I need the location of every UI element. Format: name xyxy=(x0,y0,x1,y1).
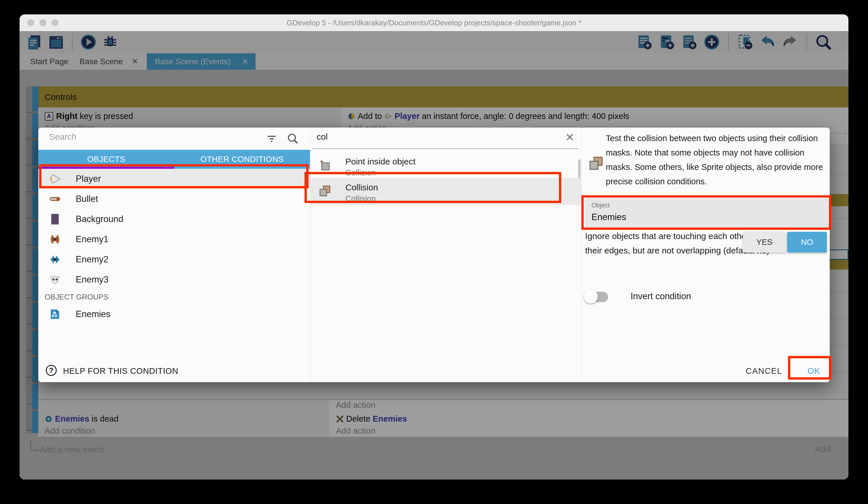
bullet-sprite-icon xyxy=(49,193,61,205)
cancel-button[interactable]: CANCEL xyxy=(746,360,782,382)
annotation-box-ok xyxy=(788,356,831,380)
invert-condition-toggle[interactable] xyxy=(586,290,609,304)
dialog-detail-pane: Test the collision between two objects u… xyxy=(581,128,830,382)
help-button[interactable]: HELP FOR THIS CONDITION xyxy=(63,360,178,382)
search-icon[interactable] xyxy=(286,132,299,145)
enemies-group-icon xyxy=(49,308,61,321)
object-item-label: Enemy1 xyxy=(76,229,108,249)
object-item-bullet[interactable]: Bullet xyxy=(38,189,310,209)
enemy1-sprite-icon xyxy=(49,233,61,246)
window-title: GDevelop 5 - /Users/dkarakay/Documents/G… xyxy=(20,14,848,31)
object-item-enemy3[interactable]: Enemy3 xyxy=(38,270,310,290)
object-item-enemy2[interactable]: Enemy2 xyxy=(38,249,310,270)
annotation-box-object-field xyxy=(581,195,831,230)
condition-description: Test the collision between two objects u… xyxy=(606,131,828,189)
point-inside-icon xyxy=(318,158,332,172)
object-item-label: Background xyxy=(76,209,123,229)
object-item-label: Enemy3 xyxy=(76,270,108,290)
annotation-box-collision xyxy=(304,172,561,203)
object-item-label: Bullet xyxy=(76,189,98,209)
invert-condition-label: Invert condition xyxy=(631,288,691,305)
result-title: Point inside object xyxy=(345,157,416,167)
help-icon[interactable]: ? xyxy=(46,365,57,376)
group-item-enemies[interactable]: Enemies xyxy=(38,304,310,324)
group-item-label: Enemies xyxy=(76,304,111,324)
dialog-bottom-bar: ? HELP FOR THIS CONDITION CANCEL OK xyxy=(38,360,830,382)
annotation-box-player xyxy=(39,164,309,188)
toggle-knob xyxy=(584,290,598,304)
search-underline xyxy=(312,148,578,149)
enemy2-sprite-icon xyxy=(49,253,61,266)
filter-icon[interactable] xyxy=(266,133,278,145)
yes-button[interactable]: YES xyxy=(743,232,786,253)
object-item-enemy1[interactable]: Enemy1 xyxy=(38,229,310,249)
dialog-results-pane: ✕ Point inside object Collision xyxy=(310,128,581,382)
object-item-background[interactable]: Background xyxy=(38,209,310,229)
collision-icon xyxy=(588,155,604,171)
object-item-label: Enemy2 xyxy=(76,249,108,270)
background-sprite-icon xyxy=(49,213,61,225)
app-window: GDevelop 5 - /Users/dkarakay/Documents/G… xyxy=(20,14,848,480)
enemy3-sprite-icon xyxy=(49,273,61,286)
condition-search-input[interactable] xyxy=(316,132,559,142)
no-button[interactable]: NO xyxy=(787,232,827,253)
titlebar: GDevelop 5 - /Users/dkarakay/Documents/G… xyxy=(20,14,848,31)
screenshot-stage: GDevelop 5 - /Users/dkarakay/Documents/G… xyxy=(0,0,868,504)
search-input[interactable] xyxy=(49,132,211,142)
clear-search-icon[interactable]: ✕ xyxy=(565,131,575,144)
object-groups-header: OBJECT GROUPS xyxy=(45,290,217,304)
